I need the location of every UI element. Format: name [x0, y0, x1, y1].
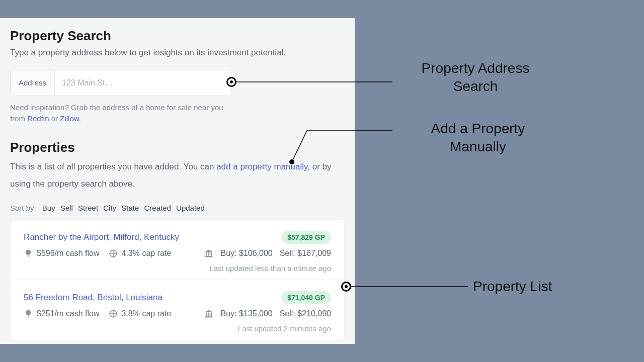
- property-card: Rancher by the Airport, Milford, Kentuck…: [11, 220, 344, 280]
- caprate-metric: 3.8% cap rate: [109, 309, 172, 318]
- gp-badge: $57,829 GP: [281, 231, 331, 244]
- sort-label: Sort by:: [10, 204, 36, 212]
- svg-point-0: [26, 249, 31, 255]
- sort-street[interactable]: Street: [78, 204, 98, 212]
- redfin-link[interactable]: Redfin: [27, 114, 49, 123]
- bank-icon: [204, 309, 213, 318]
- callout-search: Property Address Search: [397, 59, 553, 96]
- callout-add-manual: Add a Property Manually: [403, 120, 553, 156]
- zillow-link[interactable]: Zillow: [60, 114, 79, 123]
- gp-badge: $71,040 GP: [281, 291, 331, 304]
- svg-rect-18: [211, 313, 212, 316]
- property-card: 56 Freedom Road, Bristol, Louisiana $71,…: [11, 280, 344, 340]
- property-title-link[interactable]: 56 Freedom Road, Bristol, Louisiana: [24, 293, 163, 303]
- sort-sell[interactable]: Sell: [60, 204, 73, 212]
- svg-rect-19: [205, 316, 213, 317]
- svg-rect-1: [28, 254, 29, 257]
- svg-rect-7: [208, 252, 209, 256]
- svg-rect-6: [206, 252, 207, 256]
- properties-description: This is a list of all properties you hav…: [10, 158, 345, 193]
- updated-text: Last updated less than a minute ago: [24, 264, 331, 273]
- sort-row: Sort by: Buy Sell Street City State Crea…: [10, 204, 345, 212]
- updated-text: Last updated 2 minutes ago: [24, 324, 331, 333]
- svg-rect-17: [208, 313, 209, 316]
- sort-city[interactable]: City: [103, 204, 116, 212]
- property-list: Rancher by the Airport, Milford, Kentuck…: [10, 219, 345, 340]
- callout-dot: [289, 159, 294, 164]
- sort-state[interactable]: State: [121, 204, 139, 212]
- caprate-metric: 4.3% cap rate: [109, 249, 172, 258]
- buy-sell: Buy: $135,000 Sell: $210,090: [204, 309, 331, 318]
- tree-icon: [24, 309, 33, 318]
- search-subtitle: Type a property address below to get ins…: [10, 47, 345, 59]
- svg-point-10: [26, 310, 31, 315]
- cashflow-metric: $596/m cash flow: [24, 249, 100, 258]
- address-input[interactable]: [55, 70, 231, 96]
- sort-updated[interactable]: Updated: [176, 204, 205, 212]
- sort-created[interactable]: Created: [144, 204, 171, 212]
- properties-heading: Properties: [10, 140, 345, 155]
- callout-marker: [226, 77, 236, 87]
- svg-rect-9: [205, 256, 213, 257]
- search-hint: Need inspiration? Grab the address of a …: [10, 102, 231, 125]
- callout-list: Property List: [473, 278, 552, 296]
- target-icon: [109, 249, 118, 258]
- svg-rect-16: [206, 313, 207, 316]
- sort-buy[interactable]: Buy: [42, 204, 55, 212]
- bank-icon: [204, 249, 213, 258]
- buy-sell: Buy: $106,000 Sell: $167,009: [204, 249, 331, 258]
- address-label: Address: [11, 70, 55, 96]
- tree-icon: [24, 249, 33, 258]
- address-search: Address: [10, 70, 231, 96]
- property-title-link[interactable]: Rancher by the Airport, Milford, Kentuck…: [24, 232, 179, 242]
- main-panel: Property Search Type a property address …: [0, 18, 355, 344]
- target-icon: [109, 309, 118, 318]
- svg-rect-11: [28, 314, 29, 317]
- svg-rect-8: [211, 252, 212, 256]
- search-heading: Property Search: [10, 28, 345, 44]
- svg-marker-15: [205, 310, 213, 312]
- callout-marker: [341, 282, 351, 292]
- svg-marker-5: [205, 249, 213, 252]
- cashflow-metric: $251/m cash flow: [24, 309, 100, 318]
